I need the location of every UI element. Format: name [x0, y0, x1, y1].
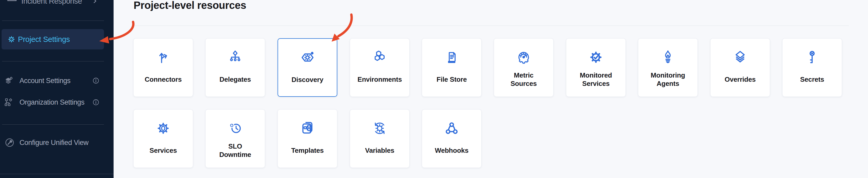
tile-label: Delegates: [206, 71, 265, 88]
tile-label: Monitoring Agents: [638, 71, 698, 88]
delegates-icon: [227, 49, 243, 65]
wrench-circle-icon: [5, 138, 14, 148]
monitoring-agents-icon: [660, 49, 676, 65]
tile-templates[interactable]: Templates: [278, 109, 337, 168]
siren-icon: [6, 0, 18, 4]
info-icon[interactable]: [93, 99, 99, 106]
environments-icon: [372, 49, 388, 65]
tile-label: Metric Sources: [494, 71, 553, 88]
tile-secrets[interactable]: Secrets: [782, 38, 842, 97]
discovery-icon: [299, 50, 315, 66]
tile-label: Monitored Services: [566, 71, 625, 88]
secrets-icon: [804, 49, 820, 65]
tile-label: Secrets: [782, 71, 842, 88]
tile-monitoring-agents[interactable]: Monitoring Agents: [638, 38, 698, 97]
tile-delegates[interactable]: Delegates: [205, 38, 265, 97]
tile-label: Connectors: [133, 71, 193, 88]
sidebar-item-label: Configure Unified View: [20, 139, 88, 147]
sidebar-item-incident-response[interactable]: Incident Response: [0, 0, 114, 7]
sidebar-item-label: Organization Settings: [20, 98, 85, 107]
sidebar: Incident Response Project Settings: [0, 0, 114, 178]
tile-label: Webhooks: [422, 142, 481, 159]
app-window: Incident Response Project Settings: [0, 0, 868, 178]
file-store-icon: [444, 49, 460, 65]
tile-label: Overrides: [711, 71, 770, 88]
tile-webhooks[interactable]: Webhooks: [422, 109, 482, 168]
tile-label: Templates: [278, 142, 337, 159]
tile-label: Services: [133, 142, 193, 159]
slo-downtime-icon: [227, 120, 243, 136]
tile-monitored-services[interactable]: Monitored Services: [566, 38, 626, 97]
tile-services[interactable]: Services: [133, 109, 193, 168]
sidebar-item-label: Account Settings: [20, 77, 70, 85]
monitored-services-icon: [588, 49, 604, 65]
tile-label: Environments: [350, 71, 409, 88]
tile-environments[interactable]: Environments: [350, 38, 410, 97]
tile-file-store[interactable]: File Store: [422, 38, 482, 97]
overrides-icon: [732, 49, 748, 65]
webhooks-icon: [444, 120, 460, 136]
templates-icon: [299, 120, 315, 136]
tile-variables[interactable]: Variables: [350, 109, 410, 168]
tile-overrides[interactable]: Overrides: [710, 38, 770, 97]
sidebar-divider: [2, 21, 104, 21]
tile-metric-sources[interactable]: Metric Sources: [494, 38, 554, 97]
tile-label: Discovery: [278, 71, 337, 88]
sidebar-item-organization-settings[interactable]: Organization Settings: [0, 92, 114, 113]
connectors-icon: [155, 49, 171, 65]
tile-slo-downtime[interactable]: SLO Downtime: [205, 109, 265, 168]
tile-connectors[interactable]: Connectors: [133, 38, 193, 97]
page-title: Project-level resources: [133, 0, 246, 11]
tile-discovery[interactable]: Discovery: [278, 38, 337, 97]
sidebar-item-project-settings[interactable]: Project Settings: [2, 29, 104, 50]
metric-sources-icon: [516, 49, 532, 65]
tile-label: SLO Downtime: [206, 142, 265, 159]
sidebar-item-account-settings[interactable]: Account Settings: [0, 70, 114, 91]
services-icon: [155, 120, 171, 136]
chevron-right-icon: [91, 0, 98, 4]
sidebar-item-label: Project Settings: [18, 35, 70, 44]
sidebar-divider: [2, 124, 104, 125]
tile-label: Variables: [350, 142, 409, 159]
gear-icon: [7, 35, 16, 44]
info-icon[interactable]: [93, 77, 99, 84]
tile-label: File Store: [422, 71, 481, 88]
sidebar-divider: [2, 61, 104, 61]
org-chart-gear-icon: [4, 97, 13, 107]
layers-gear-icon: [4, 76, 13, 86]
sidebar-item-label: Incident Response: [21, 0, 82, 5]
sidebar-item-configure-unified-view[interactable]: Configure Unified View: [0, 132, 114, 153]
variables-icon: [372, 120, 388, 136]
